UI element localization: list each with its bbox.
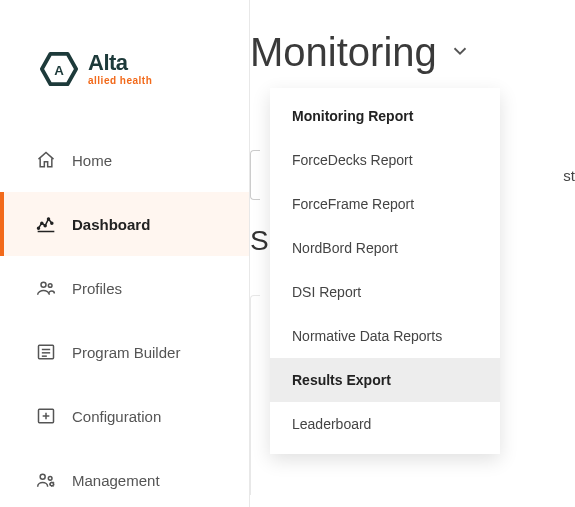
sidebar-item-dashboard[interactable]: Dashboard	[0, 192, 249, 256]
sidebar-item-home[interactable]: Home	[0, 128, 249, 192]
brand-text: Alta allied health	[88, 52, 152, 86]
svg-point-2	[38, 227, 40, 229]
sidebar-item-label: Home	[72, 152, 112, 169]
svg-text:A: A	[54, 63, 64, 78]
sidebar-nav: Home Dashboard Profiles Program Builder	[0, 118, 249, 507]
svg-point-6	[51, 222, 53, 224]
svg-point-18	[48, 477, 52, 481]
sidebar-item-program-builder[interactable]: Program Builder	[0, 320, 249, 384]
dropdown-item-dsi[interactable]: DSI Report	[270, 270, 500, 314]
page-title: Monitoring	[250, 30, 437, 75]
sidebar-item-management[interactable]: Management	[0, 448, 249, 507]
partial-heading-s: S	[250, 225, 269, 257]
home-icon	[36, 150, 56, 170]
chevron-down-icon	[449, 40, 471, 66]
dropdown-item-forcedecks[interactable]: ForceDecks Report	[270, 138, 500, 182]
brand-title: Alta	[88, 52, 152, 74]
sidebar-item-label: Profiles	[72, 280, 122, 297]
sidebar-item-configuration[interactable]: Configuration	[0, 384, 249, 448]
main-content: Monitoring st S Monitoring Report ForceD…	[250, 0, 575, 507]
sidebar-item-label: Dashboard	[72, 216, 150, 233]
svg-point-4	[44, 225, 46, 227]
dropdown-item-forceframe[interactable]: ForceFrame Report	[270, 182, 500, 226]
sidebar-item-label: Program Builder	[72, 344, 180, 361]
dropdown-item-normative[interactable]: Normative Data Reports	[270, 314, 500, 358]
svg-point-3	[41, 222, 43, 224]
program-icon	[36, 342, 56, 362]
management-icon	[36, 470, 56, 490]
config-icon	[36, 406, 56, 426]
dropdown-item-results-export[interactable]: Results Export	[270, 358, 500, 402]
partial-panel-border	[250, 295, 260, 495]
app-root: A Alta allied health Home Dashboard	[0, 0, 575, 507]
partial-text-right: st	[563, 150, 575, 200]
sidebar-item-label: Configuration	[72, 408, 161, 425]
logo-hexagon-icon: A	[40, 50, 78, 88]
partial-input-left	[250, 150, 260, 200]
brand-subtitle: allied health	[88, 76, 152, 86]
sidebar: A Alta allied health Home Dashboard	[0, 0, 250, 507]
page-heading-dropdown-trigger[interactable]: Monitoring	[250, 30, 575, 75]
dropdown-header: Monitoring Report	[270, 102, 500, 138]
svg-point-17	[40, 474, 45, 479]
svg-point-5	[48, 218, 50, 220]
dropdown-item-nordbord[interactable]: NordBord Report	[270, 226, 500, 270]
sidebar-item-profiles[interactable]: Profiles	[0, 256, 249, 320]
dropdown-item-leaderboard[interactable]: Leaderboard	[270, 402, 500, 446]
profiles-icon	[36, 278, 56, 298]
svg-point-8	[41, 282, 46, 287]
sidebar-item-label: Management	[72, 472, 160, 489]
brand-logo: A Alta allied health	[0, 0, 249, 118]
monitoring-dropdown: Monitoring Report ForceDecks Report Forc…	[270, 88, 500, 454]
chart-icon	[36, 214, 56, 234]
svg-point-9	[48, 284, 52, 288]
